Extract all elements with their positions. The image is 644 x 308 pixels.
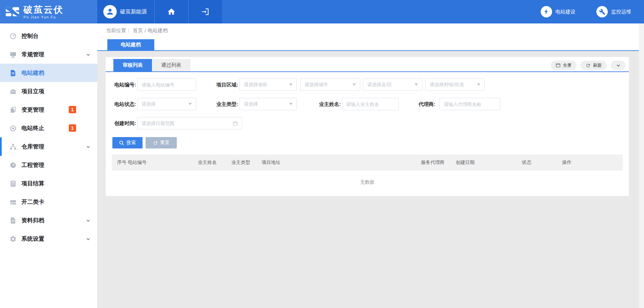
reset-button[interactable]: 重置 [146, 137, 177, 148]
breadcrumb-separator: / [145, 28, 146, 34]
sidebar-item-label: 项目结算 [21, 180, 44, 187]
sidebar-item-project-initiation[interactable]: 项目立项 [0, 82, 97, 101]
card-icon [9, 198, 17, 206]
sidebar-item-label: 电站建档 [21, 69, 44, 77]
county-placeholder: 请选择县/区 [367, 82, 412, 88]
village-select[interactable]: 请选择村镇/街道 [425, 78, 485, 91]
wrench-icon [596, 6, 608, 17]
sidebar-item-open-type2-card[interactable]: 开二类卡 [0, 193, 97, 211]
search-button[interactable]: 搜索 [112, 137, 143, 148]
monitor-icon [9, 51, 17, 58]
empty-state-text: 无数据 [106, 171, 629, 185]
sidebar-item-label: 资料归档 [21, 217, 44, 224]
col-status: 状态 [522, 160, 562, 166]
table-header-row: 序号 电站编号 业主姓名 业主类型 项目地址 服务代理商 创建日期 状态 操作 [112, 155, 623, 171]
sidebar-item-label: 仓库管理 [21, 143, 44, 150]
nav-monitor-ops-label: 监控运维 [611, 9, 631, 15]
brand-subtitle: Po Jian Yun Fu [23, 15, 64, 19]
page-tab-station-filing[interactable]: 电站建档 [107, 39, 154, 50]
col-owner-name: 业主姓名 [198, 160, 231, 166]
county-select[interactable]: 请选择县/区 [363, 78, 422, 91]
calendar-icon [233, 121, 238, 126]
col-service-agent: 服务代理商 [421, 160, 456, 166]
station-no-field[interactable] [137, 78, 196, 91]
station-status-label: 电站状态: [106, 98, 136, 110]
city-placeholder: 请选择城市 [305, 82, 350, 88]
nav-monitor-ops[interactable]: 监控运维 [596, 6, 631, 17]
sidebar-item-label: 变更管理 [21, 106, 44, 114]
sidebar-item-label: 控制台 [21, 32, 39, 40]
sidebar-item-project-settlement[interactable]: 项目结算 [0, 174, 97, 193]
scrollbar-track[interactable] [639, 23, 644, 308]
select-caret-icon [477, 83, 480, 86]
app-window: 破茧云伏 Po Jian Yun Fu 破茧新能源 [0, 0, 644, 308]
company-name: 破茧新能源 [120, 8, 147, 15]
page-tabstrip: 电站建档 [97, 38, 644, 51]
province-select[interactable]: 请选择省份 [239, 78, 297, 91]
content-panel: 审核列表 通过列表 全屏 [106, 57, 629, 196]
city-select[interactable]: 请选择城市 [300, 78, 360, 91]
fullscreen-label: 全屏 [563, 62, 572, 68]
sidebar-item-general-mgmt[interactable]: 常规管理 [0, 45, 97, 64]
station-status-select[interactable]: 请选择 [137, 98, 196, 110]
refresh-icon [586, 63, 591, 68]
date-range-field[interactable] [137, 117, 242, 129]
sidebar-item-engineering-mgmt[interactable]: 工程管理 [0, 156, 97, 174]
user-account[interactable]: 破茧新能源 [97, 0, 154, 23]
select-caret-icon [289, 103, 292, 105]
sidebar-item-data-archive[interactable]: 资料归档 [0, 211, 97, 230]
nav-station-build[interactable]: 电站建设 [541, 6, 576, 17]
sidebar-item-system-settings[interactable]: 系统设置 [0, 230, 97, 248]
briefcase-icon [9, 88, 17, 95]
nav-station-build-label: 电站建设 [555, 9, 576, 15]
refresh-button[interactable]: 刷新 [581, 61, 607, 70]
owner-name-field[interactable] [342, 98, 399, 110]
header-right: 电站建设 监控运维 [222, 0, 644, 23]
sidebar-item-station-termination[interactable]: 电站终止 1 [0, 119, 97, 137]
filter-form: 电站编号: 项目区域: 请选择省份 请选择城市 请选择县/区 [106, 72, 629, 155]
tab-review-list[interactable]: 审核列表 [113, 59, 152, 71]
date-range-input[interactable] [142, 121, 233, 126]
user-icon [106, 7, 114, 16]
sidebar-item-console[interactable]: 控制台 [0, 27, 97, 45]
fullscreen-icon [556, 63, 560, 68]
col-project-address: 项目地址 [262, 160, 421, 166]
agent-input[interactable] [444, 102, 496, 107]
notification-badge: 1 [69, 106, 76, 113]
brand-text: 破茧云伏 Po Jian Yun Fu [23, 5, 64, 19]
sidebar-item-change-mgmt[interactable]: 变更管理 1 [0, 101, 97, 119]
reset-button-label: 重置 [160, 140, 170, 146]
top-header: 破茧云伏 Po Jian Yun Fu 破茧新能源 [0, 0, 644, 23]
owner-name-input[interactable] [346, 102, 394, 107]
region-label: 项目区域: [206, 78, 238, 91]
logout-button[interactable] [188, 0, 222, 23]
breadcrumb-home[interactable]: 首页 [133, 27, 143, 34]
owner-type-select[interactable]: 请选择 [239, 98, 297, 110]
fullscreen-button[interactable]: 全屏 [551, 61, 577, 70]
col-serial: 序号 [117, 160, 128, 166]
collapse-button[interactable] [611, 61, 626, 70]
calculator-icon [9, 180, 17, 187]
lightning-icon [541, 6, 552, 17]
record-circle-icon [9, 125, 17, 132]
agent-field[interactable] [439, 98, 500, 110]
home-icon [167, 7, 176, 16]
col-station-no: 电站编号 [128, 160, 198, 166]
tab-passed-list[interactable]: 通过列表 [152, 59, 191, 71]
panel-toolbar: 全屏 刷新 [551, 61, 626, 70]
gauge-icon [9, 33, 17, 40]
created-time-label: 创建时间: [106, 117, 136, 129]
owner-name-label: 业主姓名: [309, 98, 341, 110]
sidebar-item-station-filing[interactable]: 电站建档 [0, 64, 97, 82]
archive-document-icon [9, 217, 17, 224]
avatar [103, 5, 117, 18]
sidebar-item-warehouse-mgmt[interactable]: 仓库管理 [0, 137, 97, 156]
speedometer-icon [9, 162, 17, 169]
active-indicator-bar [0, 137, 2, 156]
station-no-input[interactable] [142, 82, 192, 87]
chevron-down-icon [86, 218, 91, 223]
search-button-label: 搜索 [126, 140, 136, 146]
home-button[interactable] [154, 0, 188, 23]
main-content: 当前位置： 首页 / 电站建档 电站建档 审核列表 通过列表 [97, 23, 644, 308]
sidebar-item-label: 开二类卡 [21, 198, 44, 206]
